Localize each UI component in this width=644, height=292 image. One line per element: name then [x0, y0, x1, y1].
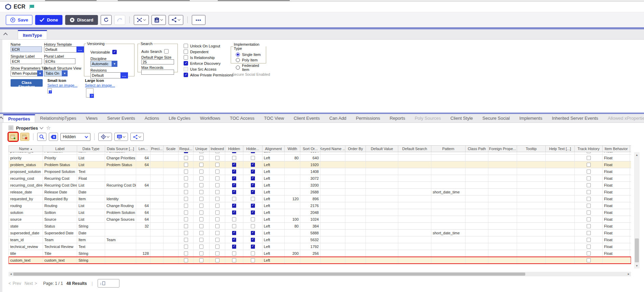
cell-tooltip[interactable] [517, 250, 546, 257]
tab-itemtype[interactable]: ItemType [18, 30, 47, 39]
show-parameters-tab-dropdown[interactable]: When Populated ▼ [11, 70, 43, 76]
hidden-checkbox[interactable] [232, 245, 236, 249]
cell-default-search[interactable] [398, 209, 431, 216]
cell-width[interactable] [285, 236, 300, 243]
cell-item-behavior[interactable] [603, 257, 630, 263]
tab-can-add[interactable]: Can Add [325, 114, 351, 122]
cell-data-type[interactable]: Date [77, 230, 105, 236]
column-header-sort-or[interactable]: Sort Or... [300, 146, 320, 152]
cell-label[interactable]: Proposed Solution [43, 168, 77, 175]
cell-help-text[interactable] [546, 195, 575, 202]
cell-tooltip[interactable] [517, 195, 546, 202]
cell-alignment[interactable]: Left [262, 195, 285, 202]
default-structure-view-dropdown[interactable]: Tabs On ▼ [44, 70, 68, 76]
cell-help-text[interactable] [546, 236, 575, 243]
cell-order-by[interactable] [345, 189, 366, 195]
cell-item-behavior[interactable]: Float [603, 152, 630, 154]
cell-pattern[interactable] [431, 155, 466, 161]
cell-sort-order[interactable]: 1792 [300, 243, 320, 250]
cell-class-path[interactable] [466, 223, 488, 229]
column-header-item-behavior[interactable]: Item Behavior [603, 146, 630, 152]
cell-pattern[interactable]: short_date_time [431, 189, 466, 195]
cell-default-value[interactable] [366, 152, 398, 154]
cell-foreign-property[interactable] [488, 216, 517, 222]
cell-order-by[interactable] [345, 250, 366, 257]
hidden-checkbox[interactable] [232, 156, 236, 160]
versionable-checkbox[interactable] [112, 50, 117, 54]
hidden2-checkbox[interactable] [251, 258, 255, 262]
cell-sort-order[interactable]: 1920 [300, 161, 320, 168]
cell-default-search[interactable] [398, 257, 431, 263]
cell-order-by[interactable] [345, 209, 366, 216]
track-history-checkbox[interactable] [587, 217, 591, 221]
cell-label[interactable]: Routing [43, 202, 77, 209]
cell-item-behavior[interactable]: Float [603, 216, 630, 222]
tab-reports[interactable]: Reports [385, 114, 410, 122]
cell-label[interactable]: Requested By [43, 195, 77, 202]
cell-sort-order[interactable]: 3200 [300, 182, 320, 188]
cell-default-value[interactable] [366, 168, 398, 175]
cell-name[interactable]: superseded_date [9, 230, 43, 236]
dropdown-arrow-icon[interactable]: ▼ [62, 70, 68, 76]
cell-default-search[interactable] [398, 223, 431, 229]
scroll-down-arrow-icon[interactable]: ▼ [634, 263, 640, 268]
required-checkbox[interactable] [184, 152, 188, 153]
tab-client-style[interactable]: Client Style [446, 114, 478, 122]
cell-help-text[interactable] [546, 230, 575, 236]
cell-alignment[interactable]: Left [262, 257, 285, 263]
property-row-solution[interactable]: solutionSoltionListProblem Solution64Lef… [9, 209, 631, 216]
cell-sort-order[interactable]: 2176 [300, 202, 320, 209]
cell-precision[interactable] [151, 161, 163, 168]
cell-keyed-name[interactable] [320, 161, 345, 168]
cell-item-behavior[interactable]: Float [603, 195, 630, 202]
cell-label[interactable]: custom_text [43, 257, 77, 263]
cell-alignment[interactable]: Left [262, 189, 285, 195]
cell-name[interactable]: recurring_cost [9, 175, 43, 181]
cell-item-behavior[interactable]: Float [603, 223, 630, 229]
cell-default-search[interactable] [398, 216, 431, 222]
cell-class-path[interactable] [466, 182, 488, 188]
indexed-checkbox[interactable] [215, 238, 219, 242]
cell-class-path[interactable] [466, 189, 488, 195]
hidden-checkbox[interactable] [232, 163, 236, 167]
cell-label[interactable]: Permission [43, 152, 77, 154]
indexed-checkbox[interactable] [215, 224, 219, 228]
cell-len[interactable]: 64 [136, 155, 151, 161]
tab-relationshiptypes[interactable]: RelationshipTypes [35, 114, 81, 122]
horizontal-scrollbar[interactable]: ◄ ► [9, 272, 631, 276]
cell-sort-order[interactable]: 3072 [300, 175, 320, 181]
cell-order-by[interactable] [345, 175, 366, 181]
max-records-field[interactable] [141, 70, 174, 75]
cell-scale[interactable] [163, 152, 178, 154]
cell-order-by[interactable] [345, 223, 366, 229]
indexed-checkbox[interactable] [215, 245, 219, 249]
hidden-checkbox[interactable] [232, 238, 236, 242]
cell-name[interactable]: permission_id [9, 152, 43, 154]
track-history-checkbox[interactable] [587, 176, 591, 180]
more-actions-button[interactable]: ••• [192, 15, 205, 25]
cell-class-path[interactable] [466, 209, 488, 216]
tab-life-cycles[interactable]: Life Cycles [164, 114, 195, 122]
track-history-checkbox[interactable] [587, 152, 591, 153]
cell-label[interactable]: Superseded Date [43, 230, 77, 236]
class-structure-button[interactable]: Class Structure [11, 79, 43, 87]
hidden-checkbox[interactable] [232, 224, 236, 228]
cell-sort-order[interactable]: 2048 [300, 209, 320, 216]
cell-order-by[interactable] [345, 202, 366, 209]
cell-keyed-name[interactable] [320, 189, 345, 195]
cell-precision[interactable] [151, 155, 163, 161]
cell-default-value[interactable] [366, 230, 398, 236]
cell-order-by[interactable] [345, 257, 366, 263]
cell-help-text[interactable] [546, 161, 575, 168]
cell-label[interactable]: Source [43, 216, 77, 222]
favorite-star-icon[interactable]: ☆ [46, 125, 51, 131]
cell-sort-order[interactable]: 5632 [300, 236, 320, 243]
cell-width[interactable]: 200 [285, 250, 300, 257]
cell-label[interactable]: Recurring Cost Direc... [43, 182, 77, 188]
cell-keyed-name[interactable] [320, 250, 345, 257]
cell-scale[interactable] [163, 175, 178, 181]
required-checkbox[interactable] [184, 176, 188, 180]
hidden-checkbox[interactable] [232, 204, 236, 208]
cell-label[interactable]: Priority [43, 155, 77, 161]
cell-default-search[interactable] [398, 189, 431, 195]
